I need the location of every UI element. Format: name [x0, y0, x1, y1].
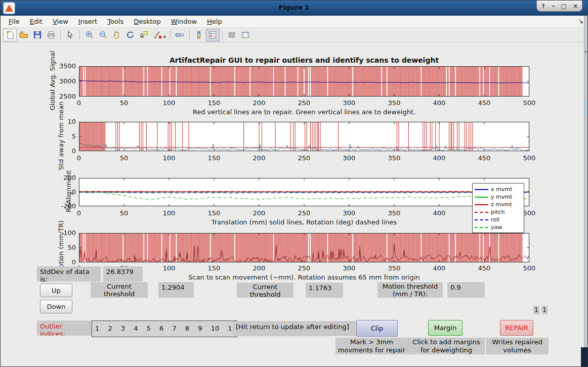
- small-value-2: 1: [541, 306, 548, 314]
- toolbar-separator: [79, 30, 80, 40]
- menu-tools[interactable]: Tools: [102, 17, 129, 26]
- x-tick-label: 100: [158, 154, 180, 162]
- brush-dropdown-icon[interactable]: ▾: [163, 34, 166, 39]
- roll-up-button[interactable]: ↑: [541, 1, 546, 11]
- legend-label: pitch: [491, 209, 505, 215]
- x-tick-label: 400: [428, 99, 450, 107]
- clip-button[interactable]: Clip: [356, 320, 398, 337]
- stddev-label: StdDev of data is:: [37, 266, 101, 282]
- toolbar-separator: [170, 30, 171, 40]
- motion-threshold-value: 0.9: [447, 282, 485, 298]
- dock-arrow-icon[interactable]: ↘: [578, 17, 583, 25]
- zoom-in-button[interactable]: [82, 29, 96, 41]
- menu-desktop[interactable]: Desktop: [129, 17, 166, 26]
- show-plot-tools-icon: [241, 30, 250, 39]
- x-tick-label: 150: [203, 264, 225, 272]
- x-tick-label: 100: [158, 99, 180, 107]
- clip-note-line2: movments for repair: [335, 346, 408, 354]
- link-plots-button[interactable]: [173, 29, 187, 41]
- y-tick-label: 200: [53, 174, 76, 181]
- menu-file[interactable]: File: [4, 17, 25, 26]
- hide-plot-tools-button[interactable]: [225, 29, 239, 41]
- open-file-button[interactable]: [17, 29, 30, 41]
- x-tick-label: 400: [428, 154, 450, 162]
- menu-view[interactable]: View: [48, 17, 73, 26]
- legend-entry: x mvmt: [475, 186, 522, 193]
- x-tick-label: 400: [428, 264, 450, 272]
- new-figure-button[interactable]: [3, 29, 17, 41]
- x-tick-label: 250: [293, 154, 315, 162]
- repair-button[interactable]: REPAIR: [500, 320, 533, 336]
- menu-window[interactable]: Window: [166, 17, 202, 26]
- down-button[interactable]: Down: [40, 300, 72, 313]
- insert-colorbar-button[interactable]: [192, 29, 206, 41]
- toolbar: ▾: [1, 28, 587, 42]
- titlebar[interactable]: Figure 1 ↑–□×: [1, 1, 587, 16]
- x-tick-label: 200: [248, 154, 270, 162]
- margin-button[interactable]: Margin: [428, 320, 463, 336]
- minimize-button[interactable]: –: [552, 1, 555, 11]
- outlier-indices-input[interactable]: 1 2 3 4 5 6 7 8 9 10 11 1: [92, 320, 237, 337]
- save-figure-button[interactable]: [30, 29, 44, 41]
- menu-help[interactable]: Help: [202, 17, 227, 26]
- up-button[interactable]: Up: [40, 284, 72, 297]
- y-tick-label: 10: [53, 118, 76, 125]
- window-title: Figure 1: [1, 4, 587, 11]
- x-tick-label: 250: [293, 99, 315, 107]
- x-tick-label: 200: [248, 264, 270, 272]
- close-button[interactable]: ×: [573, 1, 578, 11]
- current-threshold-value-2: 1.1763: [306, 283, 343, 298]
- current-threshold-label-2: Current threshold: [237, 283, 293, 298]
- x-tick-label: 150: [203, 209, 225, 217]
- data-cursor-button[interactable]: [137, 29, 151, 41]
- rotate-3d-button[interactable]: [123, 29, 137, 41]
- print-figure-button[interactable]: [44, 29, 58, 41]
- zoom-out-button[interactable]: [96, 29, 110, 41]
- x-tick-label: 50: [113, 99, 135, 107]
- current-threshold-value-1: 1.2904: [158, 282, 194, 298]
- motion-threshold-label: Motion threshold (mm / TR):: [377, 282, 443, 298]
- legend-entry: y mvmt: [475, 193, 522, 201]
- plot-2: [79, 122, 529, 151]
- maximize-button[interactable]: □: [561, 1, 567, 11]
- menu-edit[interactable]: Edit: [25, 17, 48, 26]
- x-tick-label: 450: [473, 99, 495, 107]
- x-tick-label: 400: [428, 209, 450, 217]
- brush-button[interactable]: [151, 29, 164, 41]
- clip-note-line1: Mark > 3mm: [335, 338, 408, 346]
- margin-note-line1: Click to add margins: [408, 338, 485, 346]
- legend-label: z mvmt: [491, 201, 512, 208]
- margin-note: Click to add margins for deweighting: [408, 338, 485, 354]
- legend-label: x mvmt: [491, 186, 512, 193]
- save-figure-icon: [33, 30, 42, 39]
- x-tick-label: 150: [203, 154, 225, 162]
- zoom-out-icon: [99, 30, 108, 39]
- legend-label: yaw: [491, 224, 502, 231]
- hint-label: [Hit return to update after editing]: [233, 321, 356, 336]
- x-tick-label: 350: [383, 99, 405, 107]
- legend-line-sample: [475, 189, 488, 190]
- window-controls: ↑–□×: [536, 1, 582, 12]
- x-tick-label: 300: [338, 154, 360, 162]
- insert-legend-button[interactable]: [206, 29, 220, 41]
- y-tick-label: 0: [53, 258, 76, 266]
- pan-button[interactable]: [110, 29, 123, 41]
- menu-insert[interactable]: Insert: [73, 17, 102, 26]
- plot-1: [79, 66, 529, 97]
- show-plot-tools-button[interactable]: [239, 29, 253, 41]
- x-tick-label: 500: [518, 154, 540, 162]
- x-tick-label: 0: [68, 154, 90, 162]
- margin-note-line2: for deweighting: [408, 346, 485, 354]
- x-tick-label: 350: [383, 154, 405, 162]
- y-tick-label: 3000: [53, 77, 76, 85]
- x-tick-label: 350: [383, 209, 405, 217]
- pointer-button[interactable]: [63, 29, 77, 41]
- plot-legend[interactable]: x mvmty mvmtz mvmtpitchrollyaw: [472, 183, 524, 233]
- x-tick-label: 450: [473, 154, 495, 162]
- current-threshold-label-1: Current threshold: [91, 282, 148, 298]
- link-plots-icon: [175, 30, 184, 39]
- x-tick-label: 100: [158, 209, 180, 217]
- rotate-3d-icon: [126, 30, 135, 39]
- x-tick-label: 50: [113, 209, 135, 217]
- desktop-corner: [581, 347, 587, 366]
